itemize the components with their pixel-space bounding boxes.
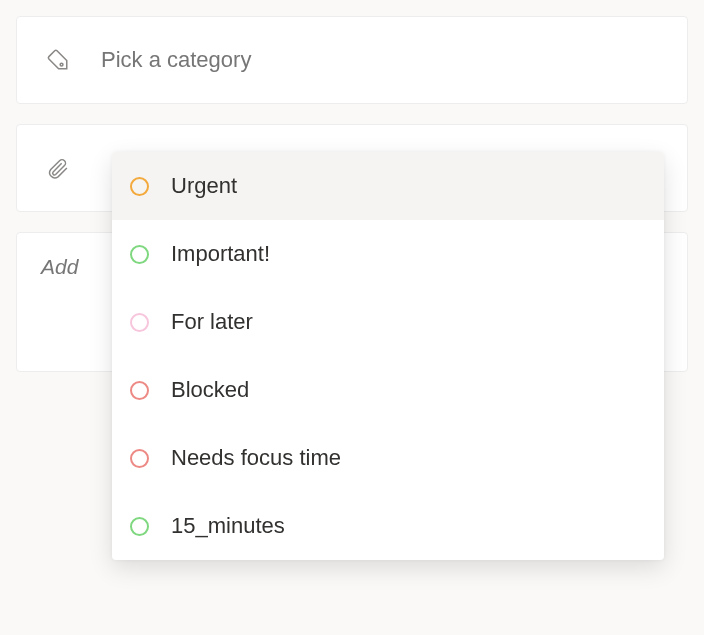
category-color-dot: [130, 381, 149, 400]
dropdown-item[interactable]: Blocked: [112, 356, 664, 424]
dropdown-item[interactable]: 15_minutes: [112, 492, 664, 560]
dropdown-item[interactable]: Needs focus time: [112, 424, 664, 492]
category-color-dot: [130, 177, 149, 196]
note-placeholder: Add: [41, 255, 78, 279]
dropdown-item[interactable]: For later: [112, 288, 664, 356]
category-color-dot: [130, 245, 149, 264]
category-color-dot: [130, 449, 149, 468]
category-color-dot: [130, 517, 149, 536]
category-dropdown: UrgentImportant!For laterBlockedNeeds fo…: [112, 152, 664, 560]
svg-point-0: [60, 63, 63, 66]
dropdown-item-label: Needs focus time: [171, 445, 341, 471]
paperclip-icon: [41, 156, 73, 181]
dropdown-item-label: 15_minutes: [171, 513, 285, 539]
tag-icon: [41, 47, 73, 73]
dropdown-item-label: Important!: [171, 241, 270, 267]
category-input[interactable]: [73, 47, 663, 73]
dropdown-item[interactable]: Urgent: [112, 152, 664, 220]
dropdown-item[interactable]: Important!: [112, 220, 664, 288]
dropdown-item-label: Blocked: [171, 377, 249, 403]
category-color-dot: [130, 313, 149, 332]
dropdown-item-label: Urgent: [171, 173, 237, 199]
category-field-container: [16, 16, 688, 104]
dropdown-item-label: For later: [171, 309, 253, 335]
